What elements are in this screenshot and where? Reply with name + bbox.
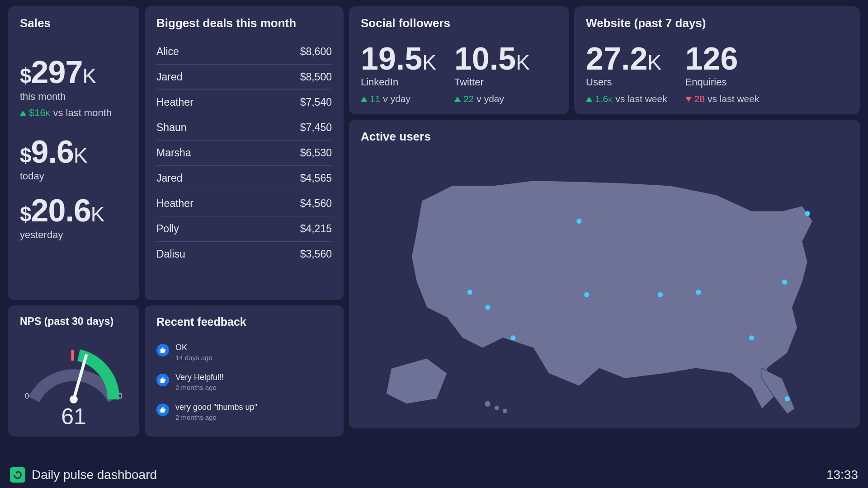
map-dot — [576, 219, 581, 224]
deal-row: Heather$4,560 — [156, 191, 332, 216]
deal-amount: $4,560 — [300, 197, 332, 210]
deal-name: Jared — [156, 172, 183, 184]
feedback-title: Recent feedback — [156, 315, 332, 328]
deal-row: Heather$7,540 — [156, 90, 332, 115]
social-card: Social followers 19.5kLinkedIn11v yday10… — [349, 6, 569, 114]
feedback-list: OK14 days agoVery Helpful!!2 months agov… — [156, 338, 332, 427]
deal-row: Polly$4,215 — [156, 216, 332, 242]
map-dot — [696, 290, 701, 295]
kpi-delta: 22v yday — [454, 94, 530, 104]
map-dot — [805, 211, 810, 216]
clock: 13:33 — [826, 468, 858, 482]
map-dot — [485, 305, 490, 310]
deal-amount: $4,215 — [300, 223, 332, 235]
kpi-value: 27.2k — [586, 43, 667, 75]
dashboard-title: Daily pulse dashboard — [32, 468, 157, 482]
down-arrow-icon — [685, 97, 692, 102]
deal-row: Dalisu$3,560 — [156, 242, 332, 267]
map-title: Active users — [361, 130, 848, 144]
kpi-label: Enquiries — [685, 76, 760, 88]
us-map — [361, 153, 848, 422]
sales-today-block: $9.6k today — [20, 136, 127, 182]
up-arrow-icon — [20, 111, 26, 116]
kpi: 10.5kTwitter22v yday — [454, 43, 530, 104]
up-arrow-icon — [454, 97, 461, 102]
deal-name: Polly — [156, 223, 179, 235]
feedback-text: OK — [175, 343, 212, 352]
sales-month-value: $297k — [20, 56, 127, 88]
sales-card: Sales $297k this month $16K vs last mont… — [8, 6, 139, 300]
social-kpi-row: 19.5kLinkedIn11v yday10.5kTwitter22v yda… — [361, 43, 557, 104]
map-dot — [785, 396, 790, 401]
map-dot — [510, 335, 515, 340]
kpi-value: 19.5k — [361, 43, 436, 75]
deal-name: Heather — [156, 96, 193, 108]
website-kpi-row: 27.2kUsers1.6Kvs last week126Enquiries28… — [586, 43, 848, 104]
deal-amount: $6,530 — [300, 147, 332, 159]
feedback-row: Very Helpful!!2 months ago — [156, 367, 332, 397]
thumbs-up-icon — [156, 404, 169, 416]
thumbs-up-icon — [156, 344, 169, 357]
up-arrow-icon — [586, 97, 592, 102]
deal-name: Alice — [156, 46, 179, 58]
app-logo-icon — [10, 467, 25, 483]
us-hawaii-3 — [502, 408, 507, 413]
deals-title: Biggest deals this month — [156, 16, 332, 30]
deal-name: Heather — [156, 197, 193, 210]
deals-list: Alice$8,600Jared$8,500Heather$7,540Shaun… — [156, 39, 332, 267]
sales-today-value: $9.6k — [20, 136, 127, 168]
kpi: 19.5kLinkedIn11v yday — [361, 43, 436, 104]
nps-card: NPS (past 30 days) 0 100 61 — [8, 305, 139, 436]
sales-month-label: this month — [20, 91, 127, 103]
sales-yesterday-label: yesterday — [20, 229, 127, 241]
feedback-text: very good "thumbs up" — [175, 403, 257, 412]
feedback-row: OK14 days ago — [156, 338, 332, 367]
social-title: Social followers — [361, 16, 557, 30]
svg-rect-0 — [71, 350, 74, 361]
us-alaska — [386, 358, 447, 404]
sales-month-block: $297k this month $16K vs last month — [20, 56, 127, 119]
footer: Daily pulse dashboard 13:33 — [10, 467, 858, 483]
deal-row: Jared$8,500 — [156, 65, 332, 90]
up-arrow-icon — [361, 97, 367, 102]
deal-amount: $7,450 — [300, 122, 332, 134]
deal-amount: $8,600 — [300, 46, 332, 58]
feedback-time: 2 months ago — [175, 413, 257, 421]
sales-title: Sales — [20, 16, 127, 30]
deal-name: Dalisu — [156, 248, 185, 260]
kpi-delta: 28vs last week — [685, 94, 760, 104]
deal-amount: $7,540 — [300, 96, 332, 108]
deal-amount: $4,565 — [300, 172, 332, 184]
nps-title: NPS (past 30 days) — [20, 315, 127, 328]
sales-yesterday-block: $20.6k yesterday — [20, 195, 127, 241]
feedback-text: Very Helpful!! — [175, 373, 224, 382]
nps-gauge — [24, 338, 123, 411]
thumbs-up-icon — [156, 374, 169, 386]
kpi-label: Twitter — [454, 76, 530, 88]
map-dot — [782, 280, 787, 285]
website-card: Website (past 7 days) 27.2kUsers1.6Kvs l… — [574, 6, 860, 114]
sales-today-label: today — [20, 170, 127, 182]
active-users-card: Active users — [349, 120, 860, 428]
kpi: 126Enquiries28vs last week — [685, 43, 760, 104]
deal-amount: $8,500 — [300, 71, 332, 83]
website-title: Website (past 7 days) — [586, 16, 848, 30]
feedback-time: 14 days ago — [175, 354, 212, 361]
feedback-card: Recent feedback OK14 days agoVery Helpfu… — [145, 305, 344, 436]
deals-card: Biggest deals this month Alice$8,600Jare… — [145, 6, 344, 300]
deal-row: Alice$8,600 — [156, 39, 332, 65]
svg-point-2 — [70, 395, 78, 404]
map-dot — [467, 290, 472, 295]
feedback-time: 2 months ago — [175, 384, 224, 391]
kpi-delta: 1.6Kvs last week — [586, 94, 667, 104]
kpi-delta: 11v yday — [361, 94, 436, 104]
deal-name: Shaun — [156, 122, 187, 134]
deal-name: Jared — [156, 71, 183, 83]
deal-row: Shaun$7,450 — [156, 115, 332, 141]
kpi-value: 126 — [685, 43, 760, 75]
us-mainland — [411, 181, 812, 409]
sales-month-delta: $16K vs last month — [20, 107, 127, 119]
kpi-value: 10.5k — [454, 43, 530, 75]
us-hawaii-2 — [494, 405, 499, 410]
deal-row: Marsha$6,530 — [156, 141, 332, 166]
